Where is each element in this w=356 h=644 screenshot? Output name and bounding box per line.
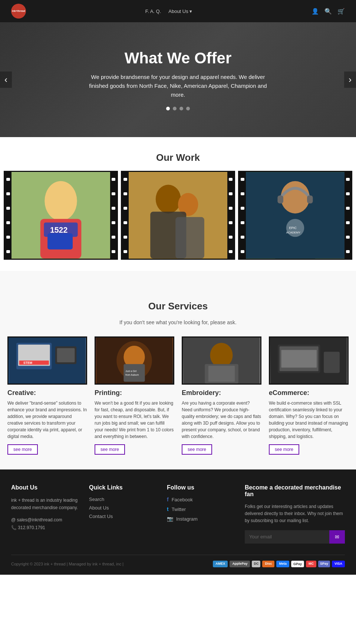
newsletter-form: ✉ — [245, 530, 345, 544]
logo[interactable]: ink+thread — [11, 4, 26, 19]
footer-phone: 📞 312.970.1791 — [11, 524, 78, 532]
facebook-label: Facebook — [172, 497, 193, 502]
payment-amex: AMEX — [213, 561, 228, 567]
logo-text: ink+thread — [12, 10, 25, 13]
service-image-creative: STEM — [7, 336, 87, 385]
work-item-2[interactable] — [121, 171, 235, 260]
service-name-creative: Creative: — [7, 389, 87, 397]
instagram-icon: 📷 — [167, 516, 173, 522]
hero-dot-1[interactable] — [166, 107, 170, 110]
footer-instagram[interactable]: 📷 Instagram — [167, 516, 234, 522]
service-image-printing: Just a Girl from Auburn — [95, 336, 174, 385]
service-card-ecommerce: eCommerce: We build e-commerce sites wit… — [269, 336, 349, 455]
send-icon: ✉ — [335, 534, 339, 540]
svg-rect-13 — [277, 196, 283, 203]
work-item-3[interactable]: EPIC ACADEMY — [238, 171, 352, 260]
payment-discover: Disc — [262, 561, 274, 567]
newsletter-email-input[interactable] — [245, 530, 329, 544]
twitter-icon: t — [167, 506, 169, 512]
svg-text:from Auburn: from Auburn — [125, 374, 139, 376]
user-icon[interactable]: 👤 — [312, 8, 319, 15]
svg-text:Just a Girl: Just a Girl — [125, 370, 136, 372]
footer-quick-links: Quick Links Search About Us Contact Us — [89, 484, 156, 544]
footer-about: About Us ink + thread is an industry lea… — [11, 484, 78, 544]
payment-visa: VISA — [332, 561, 345, 567]
svg-rect-14 — [307, 196, 313, 203]
service-card-creative: STEM Creative: We deliver "brand-sense" … — [7, 336, 87, 455]
see-more-printing[interactable]: see more — [95, 444, 125, 455]
newsletter-heading: Become a decorated merchandise fan — [245, 484, 345, 498]
footer-link-contact[interactable]: Contact Us — [89, 514, 156, 519]
service-desc-creative: We deliver "brand-sense" solutions to en… — [7, 400, 87, 440]
footer-newsletter: Become a decorated merchandise fan Folks… — [245, 484, 345, 544]
service-desc-ecommerce: We build e-commerce sites with SSL certi… — [269, 400, 349, 440]
payment-applepay: ApplePay — [230, 561, 250, 567]
service-name-printing: Printing: — [95, 389, 174, 397]
work-item-1[interactable]: 1522 — [4, 171, 118, 260]
footer-link-about[interactable]: About Us — [89, 505, 156, 511]
svg-point-1 — [44, 181, 77, 221]
services-section: Our Services If you don't see what you'r… — [0, 271, 356, 469]
svg-rect-25 — [57, 348, 75, 362]
footer: About Us ink + thread is an industry lea… — [0, 469, 356, 575]
footer-facebook[interactable]: f Facebook — [167, 497, 234, 502]
header-icons: 👤 🔍 🛒 — [312, 8, 345, 15]
service-name-embroidery: Embroidery: — [182, 389, 261, 397]
hero-dot-2[interactable] — [173, 107, 177, 110]
footer-email-link[interactable]: sales@inknthread.com — [17, 517, 62, 522]
footer-email: @ sales@inknthread.com — [11, 516, 78, 524]
svg-rect-39 — [281, 350, 317, 368]
footer-about-text: ink + thread is an industry leading deco… — [11, 497, 78, 512]
hero-prev-button[interactable]: ‹ — [0, 72, 12, 88]
hero-dots — [85, 107, 271, 110]
header: ink+thread F. A. Q. About Us ▾ 👤 🔍 🛒 — [0, 0, 356, 22]
hero-next-button[interactable]: › — [344, 72, 356, 88]
footer-follow-heading: Follow us — [167, 484, 234, 491]
hero-dot-4[interactable] — [186, 107, 190, 110]
twitter-label: Twitter — [172, 507, 186, 512]
service-card-printing: Just a Girl from Auburn Printing: We won… — [95, 336, 174, 455]
svg-rect-10 — [175, 217, 204, 259]
footer-about-heading: About Us — [11, 484, 78, 491]
main-nav: F. A. Q. About Us ▾ — [145, 9, 192, 14]
nav-faq[interactable]: F. A. Q. — [145, 9, 161, 14]
footer-contact: @ sales@inknthread.com 📞 312.970.1791 — [11, 516, 78, 532]
hero-dot-3[interactable] — [179, 107, 183, 110]
service-desc-embroidery: Are you having a corporate event? Need u… — [182, 400, 261, 440]
see-more-ecommerce[interactable]: see more — [269, 444, 299, 455]
svg-point-12 — [281, 181, 310, 213]
payment-googlepay: GPay — [291, 561, 304, 567]
hero-content: What We Offer We provide brandsense for … — [78, 42, 278, 118]
footer-quick-links-heading: Quick Links — [89, 484, 156, 491]
hero-section: ‹ What We Offer We provide brandsense fo… — [0, 22, 356, 137]
newsletter-submit-button[interactable]: ✉ — [329, 530, 345, 544]
see-more-embroidery[interactable]: see more — [182, 444, 212, 455]
our-work-section: Our Work — [0, 152, 356, 271]
payment-shopifypay: SPay — [318, 561, 330, 567]
search-icon[interactable]: 🔍 — [324, 8, 332, 15]
work-image-3: EPIC ACADEMY — [246, 172, 345, 259]
svg-point-33 — [210, 343, 233, 368]
instagram-label: Instagram — [176, 516, 198, 522]
work-grid: 1522 — [4, 171, 352, 260]
cart-icon[interactable]: 🛒 — [337, 8, 345, 15]
svg-rect-40 — [324, 352, 340, 373]
work-image-2 — [129, 172, 227, 259]
email-icon: @ — [11, 517, 16, 522]
footer-twitter[interactable]: t Twitter — [167, 506, 234, 512]
payment-icons: AMEX ApplePay DC Disc Meta GPay MC SPay … — [213, 561, 345, 567]
nav-about[interactable]: About Us ▾ — [168, 9, 192, 14]
phone-icon: 📞 — [11, 525, 17, 530]
service-card-embroidery: Embroidery: Are you having a corporate e… — [182, 336, 261, 455]
footer-link-search[interactable]: Search — [89, 497, 156, 502]
footer-phone-number: 312.970.1791 — [18, 525, 45, 530]
svg-text:ACADEMY: ACADEMY — [286, 231, 300, 234]
see-more-creative[interactable]: see more — [7, 444, 38, 455]
svg-text:STEM: STEM — [23, 361, 32, 365]
services-subtitle: If you don't see what you're looking for… — [11, 319, 345, 325]
payment-dinersclub: DC — [252, 561, 260, 567]
newsletter-desc: Folks get our interesting articles and u… — [245, 503, 345, 525]
svg-text:1522: 1522 — [50, 226, 68, 235]
our-work-title: Our Work — [4, 152, 352, 163]
footer-top: About Us ink + thread is an industry lea… — [11, 484, 345, 544]
